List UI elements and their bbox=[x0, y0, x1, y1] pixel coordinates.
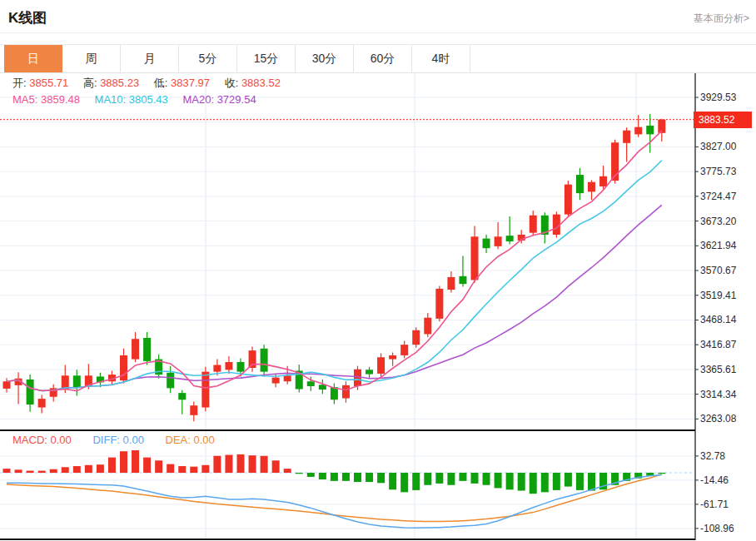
ohlc-open-value: 3855.71 bbox=[29, 77, 68, 89]
ohlc-open-label: 开: bbox=[12, 77, 27, 89]
tab-monthly[interactable]: 月 bbox=[121, 45, 179, 72]
ma-lines bbox=[7, 131, 662, 391]
svg-text:3416.87: 3416.87 bbox=[700, 339, 737, 350]
svg-text:3468.14: 3468.14 bbox=[700, 314, 737, 325]
svg-text:3827.00: 3827.00 bbox=[700, 141, 737, 152]
tab-4hour[interactable]: 4时 bbox=[412, 45, 470, 72]
kline-page: K线图 基本面分析> 日 周 月 5分 15分 30分 60分 4时 3929.… bbox=[0, 0, 756, 541]
fundamental-analysis-link[interactable]: 基本面分析> bbox=[694, 12, 749, 26]
svg-text:3570.67: 3570.67 bbox=[700, 265, 737, 276]
grid-lines bbox=[0, 73, 695, 539]
header-divider bbox=[0, 32, 756, 33]
macd-panel bbox=[3, 450, 666, 528]
tab-weekly[interactable]: 周 bbox=[62, 45, 121, 72]
svg-text:3929.53: 3929.53 bbox=[700, 92, 737, 103]
ma5-value: 3859.48 bbox=[41, 93, 80, 106]
macd-legend: MACD: 0.00 DIFF: 0.00 DEA: 0.00 bbox=[12, 434, 215, 446]
ohlc-high-value: 3885.23 bbox=[100, 77, 139, 89]
svg-text:3724.47: 3724.47 bbox=[700, 191, 737, 202]
ma-legend: MA5: 3859.48 MA10: 3805.43 MA20: 3729.54 bbox=[12, 93, 268, 106]
dea-label: DEA: bbox=[166, 434, 191, 446]
ma10-value: 3805.43 bbox=[129, 93, 168, 106]
period-tabbar: 日 周 月 5分 15分 30分 60分 4时 bbox=[0, 44, 756, 73]
svg-text:3775.73: 3775.73 bbox=[700, 166, 737, 177]
tab-daily[interactable]: 日 bbox=[4, 45, 62, 72]
svg-text:-14.46: -14.46 bbox=[700, 474, 729, 486]
svg-text:3365.61: 3365.61 bbox=[700, 364, 737, 375]
svg-text:3621.94: 3621.94 bbox=[700, 240, 737, 251]
macd-value: 0.00 bbox=[51, 434, 72, 446]
ohlc-close-label: 收: bbox=[225, 77, 239, 89]
ohlc-readout: 开: 3855.71 高: 3885.23 低: 3837.97 收: 3883… bbox=[12, 76, 292, 91]
tab-15min[interactable]: 15分 bbox=[237, 45, 296, 72]
svg-text:3519.41: 3519.41 bbox=[700, 290, 737, 301]
ma5-label: MA5: bbox=[12, 93, 37, 106]
macd-label: MACD: bbox=[12, 434, 47, 446]
page-title: K线图 bbox=[8, 8, 47, 27]
ma20-label: MA20: bbox=[182, 93, 214, 106]
ohlc-close-value: 3883.52 bbox=[241, 77, 281, 89]
ma10-label: MA10: bbox=[95, 93, 127, 106]
tab-60min[interactable]: 60分 bbox=[354, 45, 412, 72]
tab-5min[interactable]: 5分 bbox=[179, 45, 237, 72]
svg-text:3314.34: 3314.34 bbox=[700, 389, 737, 400]
svg-text:3263.08: 3263.08 bbox=[700, 413, 737, 424]
svg-text:-108.96: -108.96 bbox=[700, 523, 734, 534]
dea-value: 0.00 bbox=[193, 434, 214, 446]
ma20-value: 3729.54 bbox=[217, 93, 256, 106]
current-price-tag: 3883.52 bbox=[694, 112, 752, 128]
ohlc-high-label: 高: bbox=[83, 77, 97, 89]
ohlc-low-value: 3837.97 bbox=[171, 77, 210, 89]
tab-30min[interactable]: 30分 bbox=[296, 45, 354, 72]
ohlc-low-label: 低: bbox=[154, 77, 168, 89]
svg-text:-61.71: -61.71 bbox=[700, 499, 729, 510]
svg-text:3673.20: 3673.20 bbox=[700, 216, 737, 227]
svg-text:32.78: 32.78 bbox=[700, 450, 725, 462]
diff-label: DIFF: bbox=[92, 434, 120, 446]
diff-value: 0.00 bbox=[123, 434, 144, 446]
